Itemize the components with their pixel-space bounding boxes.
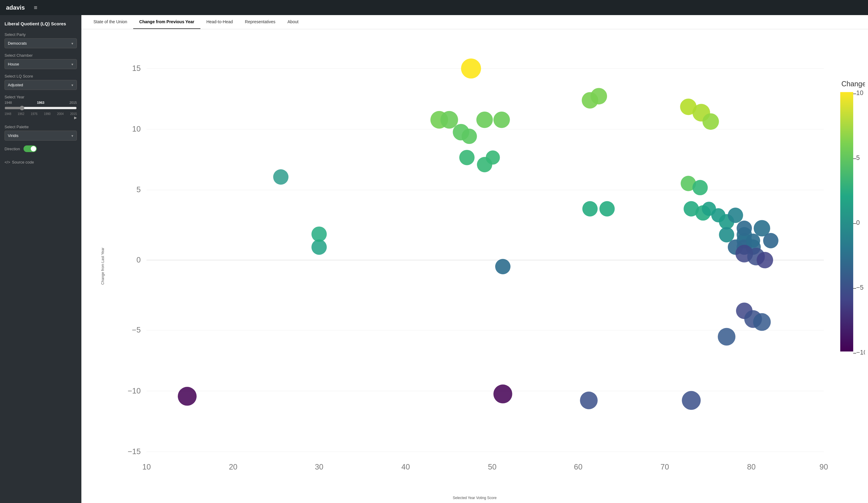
lq-select-wrapper: Adjusted Raw [4,80,77,90]
sidebar-title: Liberal Quotient (LQ) Scores [4,21,77,26]
svg-text:30: 30 [315,463,323,471]
palette-select[interactable]: Viridis Magma Plasma Inferno [4,131,77,141]
dot [756,252,773,269]
hamburger-icon[interactable]: ≡ [34,4,37,11]
svg-text:5: 5 [856,154,860,161]
dot [476,112,493,128]
legend-colorbar [840,92,853,352]
dot [736,221,752,236]
lq-select[interactable]: Adjusted Raw [4,80,77,90]
year-label: Select Year [4,95,77,99]
dot [495,259,510,274]
tab-representatives[interactable]: Representatives [239,15,281,29]
dot [591,88,607,104]
year-slider-container [4,105,77,112]
svg-text:90: 90 [819,463,828,471]
dot [753,313,771,331]
direction-toggle[interactable] [23,145,37,152]
sidebar-heading: Liberal Quotient (LQ) Scores [4,21,77,28]
dot [718,328,736,346]
year-current: 1963 [37,101,44,104]
tab-change-previous[interactable]: Change from Previous Year [133,15,200,29]
direction-label: Direction [4,147,20,151]
dot [599,201,615,217]
svg-text:10: 10 [856,89,864,97]
dot [440,111,458,129]
svg-text:−15: −15 [128,447,141,456]
svg-text:20: 20 [229,463,237,471]
svg-text:60: 60 [574,463,582,471]
svg-text:0: 0 [856,219,860,226]
dot [746,233,760,248]
svg-text:10: 10 [132,124,141,133]
slider-arrow: ▶ [4,115,77,120]
tab-about[interactable]: About [281,15,305,29]
sidebar: Liberal Quotient (LQ) Scores Select Part… [0,15,81,503]
slider-tick-labels: 1948 1962 1976 1990 2004 2015 [4,112,77,115]
tab-state-of-union[interactable]: State of the Union [87,15,133,29]
year-slider[interactable] [4,105,77,110]
svg-text:80: 80 [747,463,756,471]
chamber-select[interactable]: House Senate [4,59,77,69]
dot [728,208,743,223]
dot [693,180,708,195]
dot [763,233,778,248]
dot [682,391,701,410]
svg-text:10: 10 [142,463,151,471]
code-icon: </> [4,160,10,164]
svg-text:40: 40 [402,463,410,471]
dot [273,169,288,185]
svg-text:−5: −5 [856,284,864,291]
direction-row: Direction [4,145,77,152]
year-max: 2015 [70,101,77,104]
top-bar: adavis ≡ [0,0,868,15]
source-code-label: Source code [12,160,34,164]
legend-title: Change [841,80,865,88]
svg-text:15: 15 [132,64,141,72]
scatter-chart: 15 10 5 0 −5 −10 −15 10 20 30 40 50 60 7… [100,32,865,488]
party-label: Select Party [4,32,77,37]
year-section: Select Year 1948 1963 2015 1948 1962 197… [4,95,77,120]
dot [703,113,719,130]
year-range-labels: 1948 1963 2015 [4,101,77,104]
lq-section: Select LQ Score Adjusted Raw [4,74,77,90]
party-section: Select Party Democrats Republicans Both [4,32,77,48]
dot [486,151,500,165]
year-min: 1948 [4,101,12,104]
chamber-select-wrapper: House Senate [4,59,77,69]
dot [459,150,475,165]
toggle-slider [23,145,37,152]
svg-text:5: 5 [136,185,141,194]
chart-area: Change from Last Year Selected Year Voti… [81,29,868,503]
palette-section: Select Palette Viridis Magma Plasma Infe… [4,124,77,141]
party-select[interactable]: Democrats Republicans Both [4,38,77,48]
palette-label: Select Palette [4,124,77,129]
palette-select-wrapper: Viridis Magma Plasma Inferno [4,131,77,141]
party-select-wrapper: Democrats Republicans Both [4,38,77,48]
dot [462,129,477,144]
dot [178,387,197,406]
chamber-section: Select Chamber House Senate [4,53,77,69]
main-layout: Liberal Quotient (LQ) Scores Select Part… [0,15,868,503]
y-axis-label: Change from Last Year [101,248,105,285]
svg-text:70: 70 [661,463,669,471]
app-title: adavis [6,4,25,11]
svg-text:−10: −10 [856,349,865,356]
lq-label: Select LQ Score [4,74,77,79]
dot [582,201,598,217]
dot [580,392,598,410]
tab-head-to-head[interactable]: Head-to-Head [200,15,239,29]
dot [311,227,327,242]
svg-text:0: 0 [136,255,141,264]
nav-tabs: State of the Union Change from Previous … [81,15,868,29]
source-code-link[interactable]: </> Source code [4,160,77,164]
dot [719,227,734,243]
dot [493,384,513,403]
svg-text:−5: −5 [132,325,141,334]
dot [461,59,481,79]
svg-text:50: 50 [488,463,496,471]
content-area: State of the Union Change from Previous … [81,15,868,503]
chamber-label: Select Chamber [4,53,77,58]
dot [493,112,510,128]
x-axis-label: Selected Year Voting Score [453,496,496,500]
